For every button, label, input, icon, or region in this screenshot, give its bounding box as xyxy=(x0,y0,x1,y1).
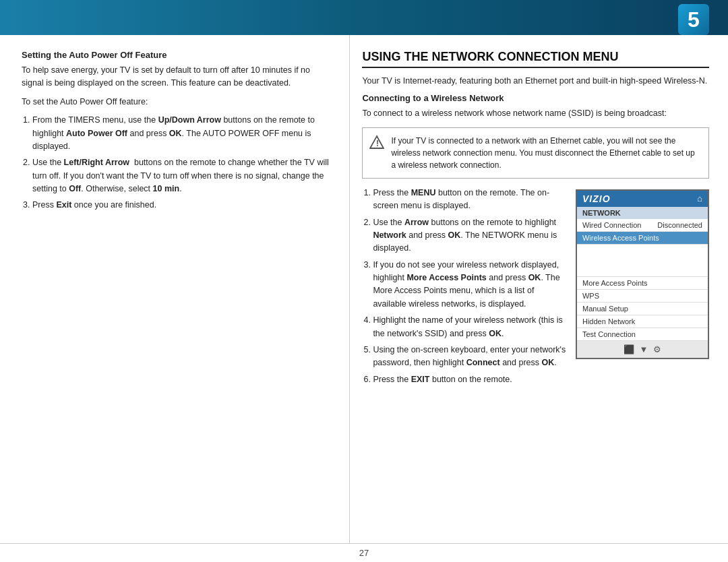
tv-icon-down: ▼ xyxy=(640,344,648,354)
tv-icon-input: ⬛ xyxy=(624,344,634,354)
list-item-1: From the TIMERS menu, use the Up/Down Ar… xyxy=(32,114,333,153)
section1-body2: To set the Auto Power Off feature: xyxy=(22,96,333,108)
tv-more-access: More Access Points xyxy=(577,277,708,290)
warning-box: ! If your TV is connected to a network w… xyxy=(362,127,709,179)
tv-wired-row: Wired Connection Disconnected xyxy=(577,219,708,232)
page-number-badge: 5 xyxy=(678,4,709,35)
right-intro: Your TV is Internet-ready, featuring bot… xyxy=(362,75,709,88)
section1-list: From the TIMERS menu, use the Up/Down Ar… xyxy=(22,114,333,212)
home-icon: ⌂ xyxy=(697,193,702,204)
tv-mockup: VIZIO ⌂ NETWORK Wired Connection Disconn… xyxy=(576,189,709,359)
tv-wired-label: Wired Connection xyxy=(582,221,641,229)
tv-manual-setup: Manual Setup xyxy=(577,303,708,315)
tv-hidden-network: Hidden Network xyxy=(577,315,708,328)
tv-bottom-bar: ⬛ ▼ ⚙ xyxy=(577,341,708,358)
tv-spacer xyxy=(577,245,708,277)
tv-test-connection: Test Connection xyxy=(577,328,708,341)
tv-header: VIZIO ⌂ xyxy=(577,191,708,207)
page-footer: 27 xyxy=(0,543,728,562)
section1-body1: To help save energy, your TV is set by d… xyxy=(22,64,333,90)
tv-icon-settings: ⚙ xyxy=(653,344,661,354)
left-column: Setting the Auto Power Off Feature To he… xyxy=(0,35,349,543)
vizio-logo: VIZIO xyxy=(582,193,611,204)
warning-icon: ! xyxy=(369,135,384,150)
warning-text: If your TV is connected to a network wit… xyxy=(391,136,694,170)
section1-heading: Setting the Auto Power Off Feature xyxy=(22,50,333,60)
tv-wireless-row: Wireless Access Points xyxy=(577,232,708,245)
right-heading: USING THE NETWORK CONNECTION MENU xyxy=(362,50,709,68)
subsection-heading: Connecting to a Wireless Network xyxy=(362,93,709,103)
subsection-intro: To connect to a wireless network whose n… xyxy=(362,107,709,120)
tv-wps: WPS xyxy=(577,290,708,303)
footer-page-number: 27 xyxy=(359,548,369,558)
main-content: Setting the Auto Power Off Feature To he… xyxy=(0,35,728,543)
right-column: USING THE NETWORK CONNECTION MENU Your T… xyxy=(349,35,728,543)
tv-wired-status: Disconnected xyxy=(657,221,702,229)
list-item-3: Press Exit once you are finished. xyxy=(32,199,333,212)
svg-text:!: ! xyxy=(376,139,379,148)
top-gradient-bar xyxy=(0,0,728,35)
step-6: Press the EXIT button on the remote. xyxy=(373,373,709,386)
list-item-2: Use the Left/Right Arrow buttons on the … xyxy=(32,156,333,195)
tv-wireless-label: Wireless Access Points xyxy=(582,234,659,242)
tv-network-bar: NETWORK xyxy=(577,207,708,219)
